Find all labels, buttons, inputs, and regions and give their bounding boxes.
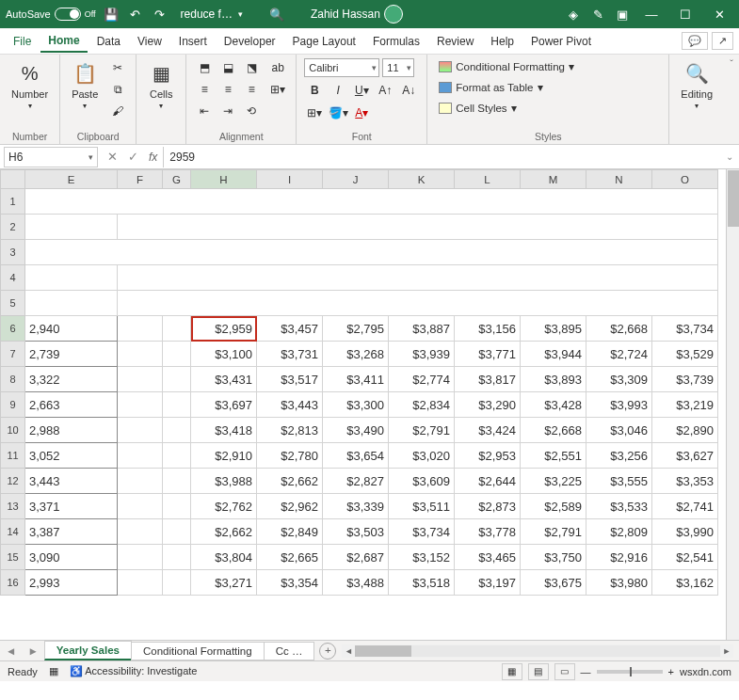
expand-formula-icon[interactable]: ⌄	[720, 151, 739, 162]
sheet-nav-next[interactable]: ►	[22, 645, 43, 657]
tab-developer[interactable]: Developer	[217, 31, 283, 52]
format-painter-icon[interactable]: 🖌	[107, 102, 128, 120]
search-icon[interactable]: 🔍	[267, 5, 286, 24]
col-J[interactable]: J	[323, 170, 389, 189]
col-K[interactable]: K	[389, 170, 455, 189]
paste-button[interactable]: 📋 Paste ▾	[68, 58, 102, 112]
status-macro-icon[interactable]: ▦	[49, 665, 58, 677]
editing-button[interactable]: 🔍 Editing ▾	[677, 58, 716, 112]
diamond-icon[interactable]: ◈	[564, 5, 583, 24]
zoom-slider[interactable]	[597, 670, 663, 674]
zoom-level[interactable]: wsxdn.com	[680, 666, 731, 677]
tab-formulas[interactable]: Formulas	[365, 31, 427, 52]
tab-help[interactable]: Help	[483, 31, 522, 52]
row-5[interactable]: 5	[1, 291, 25, 316]
horizontal-scrollbar[interactable]: ◄►	[342, 644, 733, 658]
cut-icon[interactable]: ✂	[107, 58, 128, 77]
tab-data[interactable]: Data	[89, 31, 128, 52]
status-accessibility[interactable]: ♿ Accessibility: Investigate	[70, 665, 198, 677]
col-O[interactable]: O	[652, 170, 718, 189]
formula-input[interactable]: 2959	[163, 147, 720, 167]
sheet-tab-yearly[interactable]: Yearly Sales	[44, 641, 132, 660]
col-I[interactable]: I	[257, 170, 323, 189]
tab-powerpivot[interactable]: Power Pivot	[523, 31, 599, 52]
row-6[interactable]: 6	[1, 316, 25, 342]
row-4[interactable]: 4	[1, 265, 25, 291]
font-decrease-icon[interactable]: A↓	[398, 81, 419, 100]
tab-review[interactable]: Review	[429, 31, 481, 52]
window-icon[interactable]: ▣	[613, 5, 632, 24]
row-1[interactable]: 1	[1, 189, 25, 215]
zoom-in-button[interactable]: +	[668, 666, 674, 677]
italic-button[interactable]: I	[328, 81, 348, 100]
fx-icon[interactable]: fx	[143, 151, 163, 164]
comments-button[interactable]: 💬	[682, 32, 708, 50]
font-name-select[interactable]: Calibri	[304, 58, 379, 77]
font-size-select[interactable]: 11	[382, 58, 414, 77]
number-format-button[interactable]: % Number ▾	[8, 58, 52, 112]
cancel-formula-icon[interactable]: ✕	[102, 150, 122, 164]
underline-button[interactable]: U▾	[351, 81, 372, 100]
save-icon[interactable]: 💾	[102, 5, 120, 24]
align-bottom-icon[interactable]: ⬔	[241, 58, 262, 77]
view-pagelayout-icon[interactable]: ▤	[528, 663, 549, 680]
conditional-formatting-button[interactable]: Conditional Formatting▾	[435, 58, 578, 75]
cells-button[interactable]: ▦ Cells ▾	[144, 58, 178, 112]
share-button[interactable]: ↗	[712, 32, 733, 50]
tab-insert[interactable]: Insert	[171, 31, 215, 52]
view-pagebreak-icon[interactable]: ▭	[554, 663, 575, 680]
tab-view[interactable]: View	[130, 31, 169, 52]
spreadsheet[interactable]: E F G H I J K L M N O 1 2 3 4 5tom PC 62…	[0, 169, 718, 596]
sheet-tab-cc[interactable]: Cc …	[264, 642, 315, 660]
col-F[interactable]: F	[118, 170, 163, 189]
vertical-scrollbar[interactable]	[726, 169, 739, 640]
bold-button[interactable]: B	[304, 81, 325, 100]
cell-E5[interactable]: tom PC	[25, 291, 118, 316]
redo-icon[interactable]: ↷	[151, 5, 169, 24]
maximize-button[interactable]: ☐	[671, 0, 699, 28]
autosave[interactable]: AutoSave Off	[6, 8, 96, 21]
indent-decrease-icon[interactable]: ⇤	[194, 102, 215, 120]
indent-increase-icon[interactable]: ⇥	[217, 102, 238, 120]
wrap-text-icon[interactable]: ab	[267, 58, 288, 77]
user-account[interactable]: Zahid Hassan	[311, 5, 403, 24]
autosave-toggle[interactable]	[55, 8, 81, 21]
tab-home[interactable]: Home	[40, 30, 87, 53]
align-left-icon[interactable]: ≡	[194, 80, 215, 99]
row-3[interactable]: 3	[1, 240, 25, 265]
enter-formula-icon[interactable]: ✓	[122, 150, 143, 164]
sheet-nav-prev[interactable]: ◄	[0, 645, 22, 657]
col-M[interactable]: M	[521, 170, 586, 189]
name-box[interactable]: H6	[4, 147, 98, 167]
col-N[interactable]: N	[586, 170, 652, 189]
format-as-table-button[interactable]: Format as Table▾	[435, 79, 578, 96]
add-sheet-button[interactable]: +	[319, 643, 336, 660]
align-center-icon[interactable]: ≡	[217, 80, 238, 99]
align-top-icon[interactable]: ⬒	[194, 58, 215, 77]
copy-icon[interactable]: ⧉	[107, 80, 128, 99]
tab-file[interactable]: File	[6, 31, 39, 52]
undo-icon[interactable]: ↶	[126, 5, 145, 24]
sheet-tab-condfmt[interactable]: Conditional Formatting	[131, 642, 265, 660]
cell-styles-button[interactable]: Cell Styles▾	[435, 100, 578, 117]
font-increase-icon[interactable]: A↑	[375, 81, 395, 100]
merge-center-icon[interactable]: ⊞▾	[267, 80, 288, 99]
zoom-out-button[interactable]: —	[581, 666, 591, 677]
pen-icon[interactable]: ✎	[588, 5, 607, 24]
file-name[interactable]: reduce f…	[181, 8, 233, 21]
cell-H6[interactable]: $2,959	[191, 316, 257, 342]
select-all[interactable]	[1, 170, 25, 189]
tab-pagelayout[interactable]: Page Layout	[285, 31, 363, 52]
collapse-ribbon-icon[interactable]: ˇ	[730, 58, 733, 70]
align-middle-icon[interactable]: ⬓	[217, 58, 238, 77]
col-E[interactable]: E	[25, 170, 118, 189]
borders-icon[interactable]: ⊞▾	[304, 103, 325, 122]
row-2[interactable]: 2	[1, 215, 25, 240]
font-color-icon[interactable]: A▾	[351, 103, 372, 122]
fill-color-icon[interactable]: 🪣▾	[328, 103, 348, 122]
view-normal-icon[interactable]: ▦	[502, 663, 522, 680]
col-H[interactable]: H	[191, 170, 257, 189]
close-button[interactable]: ✕	[705, 0, 733, 28]
align-right-icon[interactable]: ≡	[241, 80, 262, 99]
col-L[interactable]: L	[455, 170, 521, 189]
